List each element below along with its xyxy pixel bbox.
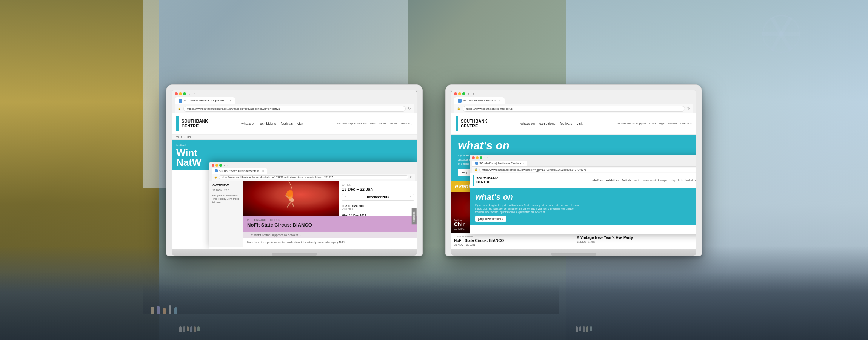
left-tab-1-label: SC: Winter Festival supported by N... [184, 99, 228, 102]
nested-close-dot[interactable] [212, 164, 214, 167]
right-nav-visit[interactable]: visit [577, 122, 583, 126]
util-login[interactable]: login [379, 122, 386, 125]
maximize-dot[interactable] [183, 92, 186, 95]
nested-ssl-icon: 🔒 [214, 176, 217, 179]
nested-back-icon[interactable]: ‹ [224, 164, 225, 167]
right-nested-jump-button[interactable]: jump down to filters ↓ [475, 216, 506, 222]
right-nested-nav-visit[interactable]: visit [634, 179, 639, 182]
right-nested-min-dot[interactable] [476, 156, 479, 159]
left-nav-controls [175, 92, 186, 95]
nested-min-dot[interactable] [215, 164, 218, 167]
nav-visit[interactable]: visit [297, 122, 303, 126]
right-tab-1-close-icon[interactable]: × [499, 99, 501, 102]
right-nested-url-bar[interactable]: https://www.southbankcentre.co.uk/whats-… [479, 168, 696, 172]
date-item-2[interactable]: Wed 14 Dec 2016 7:30 pm › [342, 212, 414, 216]
right-nested-whats-on-title: what's on [475, 192, 696, 202]
right-nav-whats-on[interactable]: what's on [520, 122, 535, 126]
forward-arrow-icon[interactable]: › [192, 92, 196, 96]
nested-tab-close-icon[interactable]: × [262, 169, 264, 173]
overview-desc: Get your fill of NatWest. This Presley, … [212, 194, 240, 204]
right-nested-logo: SOUTHBANK CENTRE [476, 177, 498, 184]
right-util-login[interactable]: login [659, 122, 665, 125]
date-item-1[interactable]: Tue 13 Dec 2016 7:30 pm › [342, 203, 414, 212]
nav-whats-on[interactable]: what's on [241, 122, 255, 126]
reload-icon[interactable]: ↻ [408, 107, 411, 110]
nav-exhibitions[interactable]: exhibitions [260, 122, 276, 126]
right-nested-login[interactable]: login [678, 179, 683, 182]
right-nested-nav-festivals[interactable]: festivals [622, 179, 631, 182]
right-nested-favicon-icon [475, 162, 478, 165]
util-membership[interactable]: membership & support [336, 122, 366, 125]
right-nested-membership[interactable]: membership & support [643, 179, 668, 182]
nested-active-tab[interactable]: SC: NoFit State Circus presents B... × [212, 168, 267, 174]
right-nested-search-icon[interactable]: search ⌕ [695, 179, 696, 182]
right-reload-icon[interactable]: ↻ [687, 107, 690, 110]
right-close-dot[interactable] [454, 92, 457, 95]
svg-line-3 [287, 202, 290, 207]
right-nested-nav-whats-on[interactable]: what's on [592, 179, 603, 182]
minimize-dot[interactable] [179, 92, 182, 95]
bottom-nav-links[interactable]: ← of Winter Festival supported by NatWes… [247, 234, 301, 236]
right-back-icon[interactable]: ‹ [467, 92, 470, 96]
right-utility-nav: membership & support shop login basket s… [616, 122, 692, 125]
cal-next-icon[interactable]: › [410, 195, 411, 199]
nested-reload-icon[interactable]: ↻ [410, 176, 412, 179]
right-max-dot[interactable] [462, 92, 465, 95]
util-search[interactable]: search ⌕ [401, 122, 412, 125]
right-util-membership[interactable]: membership & support [616, 122, 646, 125]
back-arrow-icon[interactable]: ‹ [188, 92, 191, 96]
right-url-text: https://www.southbankcentre.co.uk [466, 107, 513, 110]
right-logo-accent-bar [456, 116, 458, 131]
right-nested-active-tab[interactable]: SC: what's on | Southbank Centre × × [472, 161, 527, 166]
left-tab-1-close-icon[interactable]: × [229, 99, 231, 103]
right-nav-festivals[interactable]: festivals [560, 122, 572, 126]
perf-tag: PERFORMANCE | CIRCUS [247, 219, 413, 221]
right-nested-nav-exhibitions[interactable]: exhibitions [606, 179, 619, 182]
right-util-shop[interactable]: shop [649, 122, 656, 125]
right-nested-close-dot[interactable] [472, 156, 475, 159]
nested-fwd-icon[interactable]: › [227, 164, 228, 167]
performance-info: PERFORMANCE | CIRCUS NoFit State Circus:… [243, 216, 417, 232]
right-main-nav: what's on exhibitions festivals visit [520, 122, 582, 126]
right-fwd-icon[interactable]: › [472, 92, 475, 96]
right-nested-website: SOUTHBANK CENTRE what's on exhibitions f… [470, 173, 696, 233]
right-nav-exhibitions[interactable]: exhibitions [539, 122, 556, 126]
right-tab-favicon-icon [458, 99, 462, 103]
right-nested-utility: membership & support shop login basket s… [643, 179, 696, 182]
nested-tab-favicon-icon [215, 169, 218, 172]
feedback-button[interactable]: feedback [411, 208, 416, 224]
left-laptop-shell: ‹ › SC: Winter Festival supported by N..… [166, 84, 423, 256]
right-nested-back-icon[interactable]: ‹ [484, 156, 485, 159]
right-min-dot[interactable] [458, 92, 461, 95]
right-nav-controls [454, 92, 465, 95]
right-ssl-icon: 🔒 [457, 107, 460, 110]
right-nested-shop[interactable]: shop [671, 179, 676, 182]
right-nested-fwd-icon[interactable]: › [487, 156, 488, 159]
cal-prev-icon[interactable]: ‹ [345, 195, 346, 199]
right-util-search[interactable]: search ⌕ [680, 122, 692, 125]
nested-max-dot[interactable] [219, 164, 222, 167]
close-dot[interactable] [175, 92, 178, 95]
util-shop[interactable]: shop [370, 122, 376, 125]
nav-festivals[interactable]: festivals [280, 122, 293, 126]
calendar-nav[interactable]: ‹ December 2016 › [342, 194, 414, 201]
left-address-bar[interactable]: https://www.southbankcentre.co.uk/whats-… [183, 106, 406, 112]
right-tab-1[interactable]: SC: Southbank Centre × × [454, 97, 505, 104]
util-basket[interactable]: basket [389, 122, 398, 125]
event-2-title: A Vintage New Year's Eve Party [577, 236, 693, 240]
right-sc-header: SOUTHBANK CENTRE what's on exhibitions f… [451, 113, 696, 135]
calendar-month-year: December 2016 [367, 195, 389, 199]
circus-content-row: WHEN 13 Dec – 22 Jan ‹ December 2016 › [243, 181, 417, 216]
left-tab-1[interactable]: SC: Winter Festival supported by N... × [175, 97, 235, 104]
nested-url-bar[interactable]: https://www.southbankcentre.co.uk/whats-… [219, 175, 408, 179]
right-nested-tab-close-icon[interactable]: × [522, 162, 524, 165]
right-nested-address-row: 🔒 https://www.southbankcentre.co.uk/what… [472, 166, 696, 173]
right-nested-max-dot[interactable] [480, 156, 482, 159]
nested-url-text: https://www.southbankcentre.co.uk/whats-… [222, 176, 333, 179]
right-address-row: 🔒 https://www.southbankcentre.co.uk ↻ [454, 104, 693, 113]
right-util-basket[interactable]: basket [668, 122, 677, 125]
event-1-title: NoFit State Circus: BIANCO [454, 239, 571, 243]
right-address-bar[interactable]: https://www.southbankcentre.co.uk [463, 106, 685, 112]
perf-title: NoFit State Circus: BIANCO [247, 222, 413, 228]
right-nested-basket[interactable]: basket [686, 179, 693, 182]
